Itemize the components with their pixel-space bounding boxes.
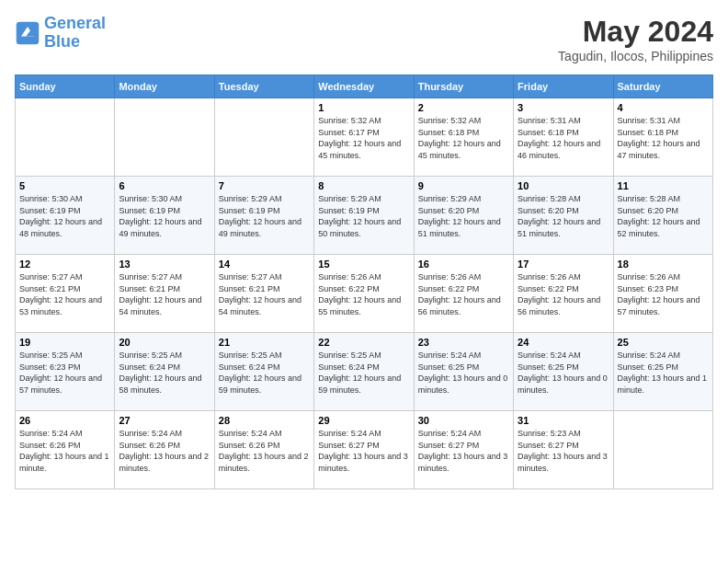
day-info: Sunrise: 5:25 AM Sunset: 6:24 PM Dayligh… bbox=[219, 350, 310, 396]
day-number: 22 bbox=[318, 337, 409, 348]
calendar-cell: 18Sunrise: 5:26 AM Sunset: 6:23 PM Dayli… bbox=[613, 255, 712, 333]
day-info: Sunrise: 5:26 AM Sunset: 6:23 PM Dayligh… bbox=[618, 271, 709, 317]
day-number: 25 bbox=[618, 337, 709, 348]
calendar-cell: 27Sunrise: 5:24 AM Sunset: 6:26 PM Dayli… bbox=[115, 411, 214, 489]
calendar-cell: 1Sunrise: 5:32 AM Sunset: 6:17 PM Daylig… bbox=[314, 98, 414, 177]
day-number: 1 bbox=[318, 102, 409, 113]
day-info: Sunrise: 5:27 AM Sunset: 6:21 PM Dayligh… bbox=[219, 271, 310, 317]
day-info: Sunrise: 5:25 AM Sunset: 6:23 PM Dayligh… bbox=[19, 350, 110, 396]
day-info: Sunrise: 5:23 AM Sunset: 6:27 PM Dayligh… bbox=[518, 428, 609, 474]
calendar-cell: 3Sunrise: 5:31 AM Sunset: 6:18 PM Daylig… bbox=[514, 98, 613, 177]
day-info: Sunrise: 5:32 AM Sunset: 6:18 PM Dayligh… bbox=[418, 115, 509, 161]
day-info: Sunrise: 5:31 AM Sunset: 6:18 PM Dayligh… bbox=[518, 115, 609, 161]
calendar-cell: 4Sunrise: 5:31 AM Sunset: 6:18 PM Daylig… bbox=[613, 98, 712, 177]
calendar-week-row: 12Sunrise: 5:27 AM Sunset: 6:21 PM Dayli… bbox=[16, 255, 713, 333]
calendar-cell: 14Sunrise: 5:27 AM Sunset: 6:21 PM Dayli… bbox=[214, 255, 313, 333]
day-number: 15 bbox=[318, 259, 409, 270]
day-number: 14 bbox=[219, 259, 310, 270]
calendar-cell: 5Sunrise: 5:30 AM Sunset: 6:19 PM Daylig… bbox=[16, 177, 115, 255]
day-info: Sunrise: 5:24 AM Sunset: 6:25 PM Dayligh… bbox=[618, 350, 709, 396]
day-number: 20 bbox=[119, 337, 210, 348]
weekday-header: Saturday bbox=[613, 75, 712, 98]
day-number: 5 bbox=[19, 180, 110, 191]
calendar-cell: 21Sunrise: 5:25 AM Sunset: 6:24 PM Dayli… bbox=[214, 333, 313, 411]
calendar-cell: 29Sunrise: 5:24 AM Sunset: 6:27 PM Dayli… bbox=[314, 411, 414, 489]
calendar-table: SundayMondayTuesdayWednesdayThursdayFrid… bbox=[15, 75, 713, 489]
calendar-week-row: 1Sunrise: 5:32 AM Sunset: 6:17 PM Daylig… bbox=[16, 98, 713, 177]
calendar-week-row: 19Sunrise: 5:25 AM Sunset: 6:23 PM Dayli… bbox=[16, 333, 713, 411]
calendar-cell bbox=[16, 98, 115, 177]
day-info: Sunrise: 5:24 AM Sunset: 6:27 PM Dayligh… bbox=[318, 428, 409, 474]
day-info: Sunrise: 5:24 AM Sunset: 6:26 PM Dayligh… bbox=[219, 428, 310, 474]
day-info: Sunrise: 5:29 AM Sunset: 6:19 PM Dayligh… bbox=[318, 193, 409, 239]
day-number: 24 bbox=[518, 337, 609, 348]
day-number: 6 bbox=[119, 180, 210, 191]
day-number: 4 bbox=[618, 102, 709, 113]
day-info: Sunrise: 5:28 AM Sunset: 6:20 PM Dayligh… bbox=[618, 193, 709, 239]
day-info: Sunrise: 5:26 AM Sunset: 6:22 PM Dayligh… bbox=[318, 271, 409, 317]
day-info: Sunrise: 5:24 AM Sunset: 6:26 PM Dayligh… bbox=[119, 428, 210, 474]
day-number: 28 bbox=[219, 415, 310, 426]
calendar-cell: 11Sunrise: 5:28 AM Sunset: 6:20 PM Dayli… bbox=[613, 177, 712, 255]
day-info: Sunrise: 5:24 AM Sunset: 6:25 PM Dayligh… bbox=[418, 350, 509, 396]
day-info: Sunrise: 5:29 AM Sunset: 6:19 PM Dayligh… bbox=[219, 193, 310, 239]
calendar-cell: 9Sunrise: 5:29 AM Sunset: 6:20 PM Daylig… bbox=[414, 177, 513, 255]
calendar-cell: 2Sunrise: 5:32 AM Sunset: 6:18 PM Daylig… bbox=[414, 98, 513, 177]
day-info: Sunrise: 5:31 AM Sunset: 6:18 PM Dayligh… bbox=[618, 115, 709, 161]
page-header: General Blue May 2024 Tagudin, Ilocos, P… bbox=[15, 15, 713, 63]
weekday-header: Thursday bbox=[414, 75, 513, 98]
day-info: Sunrise: 5:26 AM Sunset: 6:22 PM Dayligh… bbox=[518, 271, 609, 317]
calendar-cell: 6Sunrise: 5:30 AM Sunset: 6:19 PM Daylig… bbox=[115, 177, 214, 255]
day-number: 3 bbox=[518, 102, 609, 113]
calendar-cell: 15Sunrise: 5:26 AM Sunset: 6:22 PM Dayli… bbox=[314, 255, 414, 333]
day-info: Sunrise: 5:27 AM Sunset: 6:21 PM Dayligh… bbox=[119, 271, 210, 317]
calendar-cell: 7Sunrise: 5:29 AM Sunset: 6:19 PM Daylig… bbox=[214, 177, 313, 255]
day-number: 31 bbox=[518, 415, 609, 426]
day-number: 18 bbox=[618, 259, 709, 270]
logo-line1: General bbox=[44, 14, 106, 32]
weekday-header: Friday bbox=[514, 75, 613, 98]
day-number: 7 bbox=[219, 180, 310, 191]
calendar-cell: 13Sunrise: 5:27 AM Sunset: 6:21 PM Dayli… bbox=[115, 255, 214, 333]
day-number: 13 bbox=[119, 259, 210, 270]
day-info: Sunrise: 5:25 AM Sunset: 6:24 PM Dayligh… bbox=[318, 350, 409, 396]
calendar-cell: 12Sunrise: 5:27 AM Sunset: 6:21 PM Dayli… bbox=[16, 255, 115, 333]
day-info: Sunrise: 5:32 AM Sunset: 6:17 PM Dayligh… bbox=[318, 115, 409, 161]
calendar-cell: 19Sunrise: 5:25 AM Sunset: 6:23 PM Dayli… bbox=[16, 333, 115, 411]
calendar-cell: 8Sunrise: 5:29 AM Sunset: 6:19 PM Daylig… bbox=[314, 177, 414, 255]
day-number: 26 bbox=[19, 415, 110, 426]
weekday-header: Sunday bbox=[16, 75, 115, 98]
day-info: Sunrise: 5:26 AM Sunset: 6:22 PM Dayligh… bbox=[418, 271, 509, 317]
day-info: Sunrise: 5:24 AM Sunset: 6:27 PM Dayligh… bbox=[418, 428, 509, 474]
calendar-cell: 24Sunrise: 5:24 AM Sunset: 6:25 PM Dayli… bbox=[514, 333, 613, 411]
weekday-header: Tuesday bbox=[214, 75, 313, 98]
day-number: 27 bbox=[119, 415, 210, 426]
logo: General Blue bbox=[15, 15, 106, 52]
calendar-week-row: 5Sunrise: 5:30 AM Sunset: 6:19 PM Daylig… bbox=[16, 177, 713, 255]
calendar-cell bbox=[115, 98, 214, 177]
calendar-cell: 31Sunrise: 5:23 AM Sunset: 6:27 PM Dayli… bbox=[514, 411, 613, 489]
day-number: 12 bbox=[19, 259, 110, 270]
calendar-cell: 26Sunrise: 5:24 AM Sunset: 6:26 PM Dayli… bbox=[16, 411, 115, 489]
calendar-cell: 28Sunrise: 5:24 AM Sunset: 6:26 PM Dayli… bbox=[214, 411, 313, 489]
day-number: 17 bbox=[518, 259, 609, 270]
calendar-cell: 10Sunrise: 5:28 AM Sunset: 6:20 PM Dayli… bbox=[514, 177, 613, 255]
day-number: 19 bbox=[19, 337, 110, 348]
calendar-cell: 20Sunrise: 5:25 AM Sunset: 6:24 PM Dayli… bbox=[115, 333, 214, 411]
day-number: 29 bbox=[318, 415, 409, 426]
weekday-header: Wednesday bbox=[314, 75, 414, 98]
day-info: Sunrise: 5:25 AM Sunset: 6:24 PM Dayligh… bbox=[119, 350, 210, 396]
calendar-cell: 23Sunrise: 5:24 AM Sunset: 6:25 PM Dayli… bbox=[414, 333, 513, 411]
month-title: May 2024 bbox=[558, 15, 713, 49]
calendar-cell bbox=[613, 411, 712, 489]
weekday-header: Monday bbox=[115, 75, 214, 98]
weekday-header-row: SundayMondayTuesdayWednesdayThursdayFrid… bbox=[16, 75, 713, 98]
day-info: Sunrise: 5:28 AM Sunset: 6:20 PM Dayligh… bbox=[518, 193, 609, 239]
title-block: May 2024 Tagudin, Ilocos, Philippines bbox=[558, 15, 713, 63]
day-number: 30 bbox=[418, 415, 509, 426]
day-number: 10 bbox=[518, 180, 609, 191]
calendar-cell: 22Sunrise: 5:25 AM Sunset: 6:24 PM Dayli… bbox=[314, 333, 414, 411]
calendar-cell: 25Sunrise: 5:24 AM Sunset: 6:25 PM Dayli… bbox=[613, 333, 712, 411]
day-number: 8 bbox=[318, 180, 409, 191]
calendar-cell bbox=[214, 98, 313, 177]
